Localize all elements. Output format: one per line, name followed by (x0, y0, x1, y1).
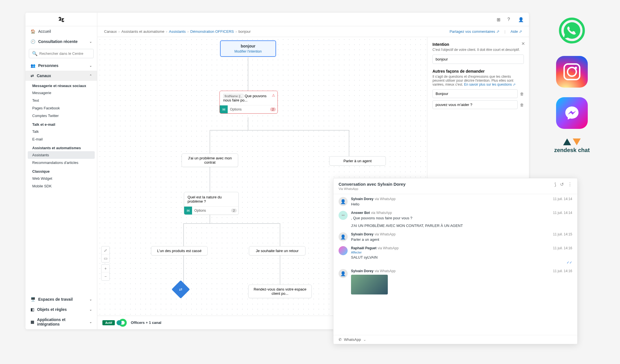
conversation-title: Conversation avec Sylvain Dorey (339, 182, 406, 187)
question-text: Quel est la nature du problème ? (184, 192, 238, 206)
nav-apps[interactable]: ▦ Applications et intégrations ⌄ (25, 315, 97, 329)
msg-text: , Que pouvons nous faire pour vous ? (351, 216, 572, 220)
nav-channels[interactable]: ⇄ Canaux ⌃ (25, 71, 97, 81)
sub-talk[interactable]: Talk (25, 128, 97, 135)
edit-intention-link[interactable]: Modifier l'intention (223, 49, 273, 53)
conversation-body[interactable]: 👤 Sylvain Doreyvia WhatsApp11 juil. 14:1… (333, 194, 577, 335)
avatar: 👤 (339, 269, 348, 278)
msg-time: 11 juil. 14:14 (553, 197, 572, 201)
msg-time: 11 juil. 14:16 (553, 269, 572, 273)
conversation-footer[interactable]: ✆ WhatsApp ⌄ (333, 335, 577, 344)
msg-author: Sylvain Dorey (351, 197, 373, 201)
avatar: 👤 (339, 197, 348, 206)
msg-author: Sylvain Dorey (351, 232, 373, 236)
external-link-icon: ⬀ (496, 29, 500, 34)
history-icon[interactable]: ↺ (560, 182, 564, 187)
close-icon[interactable]: ✕ (521, 41, 525, 46)
trash-icon[interactable]: 🗑 (520, 92, 524, 96)
more-icon[interactable]: ⋮ (568, 182, 572, 187)
share-feedback-link[interactable]: Partagez vos commentaires ⬀ (449, 29, 499, 34)
flow-start-node[interactable]: bonjour Modifier l'intention (220, 40, 276, 57)
assign-link[interactable]: Affecter (351, 251, 572, 254)
conversation-panel: Conversation avec Sylvain Dorey Via What… (333, 178, 578, 344)
message-image[interactable] (351, 275, 388, 294)
sub-text[interactable]: Text (25, 97, 97, 104)
bc-assistants[interactable]: Assistants (169, 29, 186, 34)
nav-home[interactable]: 🏠 Accueil (25, 26, 97, 36)
nav-recent[interactable]: 🕘 Consultation récente ⌄ (25, 36, 97, 47)
flow-choice-return[interactable]: Je souhaite faire un retour (249, 246, 305, 255)
breadcrumbs: Canaux› Assistants et automatisme› Assis… (104, 29, 251, 34)
flow-choice-agent[interactable]: Parler à un agent (329, 156, 386, 166)
sub-facebook[interactable]: Pages Facebook (25, 104, 97, 112)
flow-message-node[interactable]: ⚠ firstName || ,Que pouvons nous faire p… (219, 91, 278, 114)
help-link[interactable]: Aide ⬀ (511, 29, 522, 34)
chevron-down-icon: ⌄ (363, 337, 366, 342)
zendesk-chat-logo: zendesk chat (552, 138, 592, 153)
nav-objects[interactable]: ◧ Objets et règles ⌄ (25, 304, 97, 315)
bc-demo[interactable]: Démonstration OFFICERS (190, 29, 234, 34)
nav-label: Applications et intégrations (37, 317, 87, 326)
options-icon: ✉ (184, 207, 192, 214)
panel-desc: C'est l'objectif de votre client. Il doi… (432, 48, 524, 52)
group-assistants-heading: Assistants et automatismes (25, 143, 97, 151)
zoom-center-button[interactable]: ▭ (102, 254, 109, 262)
search-input[interactable]: 🔍 (29, 49, 94, 58)
flow-rdv-node[interactable]: Rendez-vous dans votre espace client po.… (248, 285, 312, 298)
channel-label[interactable]: Officers + 1 canal (131, 320, 161, 325)
search-field[interactable] (39, 51, 91, 56)
flow-question-node[interactable]: Quel est la nature du problème ? ✉ Optio… (184, 192, 239, 215)
group-messaging-heading: Messagerie et réseaux sociaux (25, 81, 97, 89)
nav-label: Espaces de travail (38, 297, 73, 302)
decision-icon: ⇄ (179, 287, 182, 292)
sub-webwidget[interactable]: Web Widget (25, 175, 97, 182)
zoom-fit-button[interactable]: ⤢ (102, 246, 109, 254)
people-icon: 👥 (31, 63, 35, 68)
sub-mobilesdk[interactable]: Mobile SDK (25, 182, 97, 190)
options-icon: ✉ (220, 105, 228, 113)
sub-twitter[interactable]: Comptes Twitter (25, 112, 97, 120)
sub-recommendations[interactable]: Recommandations d'articles (25, 159, 97, 166)
nav-people[interactable]: 👥 Personnes ⌄ (25, 60, 97, 71)
bc-canaux[interactable]: Canaux (104, 29, 117, 34)
zoom-in-button[interactable]: + (102, 265, 109, 272)
bot-avatar: •• (339, 211, 348, 220)
zoom-out-button[interactable]: − (102, 272, 109, 280)
msg-text: J'AI UN PROBLÈME AVEC MON CONTRAT, PARLE… (351, 224, 572, 228)
profile-icon[interactable]: 👤 (518, 17, 523, 22)
intention-input[interactable] (432, 55, 524, 64)
bc-current: bonjour (238, 29, 251, 34)
sub-messaging[interactable]: Messagerie (25, 89, 97, 97)
flow-choice-contract[interactable]: J'ai un problème avec mon contrat (182, 153, 238, 167)
avatar: 👤 (339, 232, 348, 241)
question-input-1[interactable] (432, 89, 518, 98)
messenger-logo (556, 97, 588, 129)
sub-assistants[interactable]: Assistants (28, 151, 95, 159)
flow-choice-broken[interactable]: L'un des produits est cassé (151, 246, 208, 255)
nav-workspaces[interactable]: 🖥️ Espaces de travail ⌄ (25, 294, 97, 304)
questions-link[interactable]: En savoir plus sur les questions ⬀ (464, 83, 516, 86)
zendesk-logo[interactable] (25, 13, 97, 26)
breadcrumb-bar: Canaux› Assistants et automatisme› Assis… (97, 26, 529, 37)
external-link-icon: ⬀ (519, 29, 522, 34)
trash-icon[interactable]: 🗑 (520, 103, 524, 107)
options-count-badge: 2 (231, 209, 237, 213)
msg-via: via WhatsApp (374, 197, 395, 201)
home-icon: 🏠 (31, 29, 35, 34)
sub-email[interactable]: E-mail (25, 135, 97, 143)
filter-icon[interactable]: ⟆ (554, 182, 556, 187)
chevron-down-icon: ⌄ (89, 320, 92, 324)
msg-via: via WhatsApp (371, 211, 392, 215)
msg-author: Sylvain Dorey (351, 269, 373, 273)
question-input-2[interactable] (432, 100, 518, 109)
panel-heading-other: Autres façons de demander (432, 69, 524, 73)
apps-grid-icon[interactable]: ⊞ (497, 17, 502, 22)
msg-text: SALUT syLVAIN (351, 255, 572, 259)
start-title: bonjour (223, 44, 273, 48)
flow-decision-node[interactable]: ⇄ (171, 280, 190, 298)
objects-icon: ◧ (31, 307, 34, 312)
status-badge: Actif (102, 320, 115, 325)
channel-selector[interactable]: WhatsApp (344, 337, 361, 342)
bc-assistants-auto[interactable]: Assistants et automatisme (121, 29, 164, 34)
help-icon[interactable]: ? (507, 17, 513, 22)
